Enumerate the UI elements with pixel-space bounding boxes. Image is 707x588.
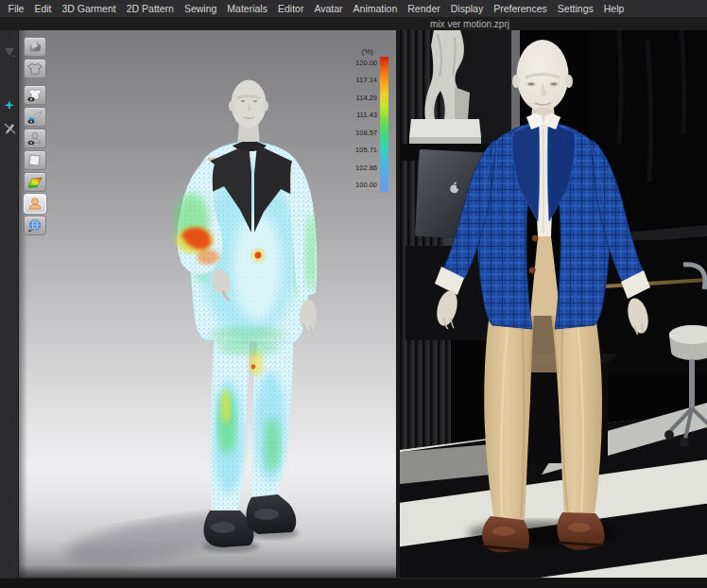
menu-3d-garment[interactable]: 3D Garment (57, 0, 121, 18)
menu-animation[interactable]: Animation (348, 0, 403, 18)
menu-settings[interactable]: Settings (552, 0, 598, 18)
mannequin-right-hand (300, 300, 317, 332)
paper-sheet-icon (26, 153, 43, 167)
menu-editor[interactable]: Editor (272, 0, 308, 18)
menu-render[interactable]: Render (403, 0, 445, 18)
legend-unit-label: (%) (345, 47, 388, 57)
strain-map-legend: (%) 120.00 117.14 114.29 111.43 108.57 1… (345, 47, 388, 192)
menu-preferences[interactable]: Preferences (489, 0, 553, 18)
viewport-toolbar (24, 37, 48, 237)
tshirt-outline-icon (26, 61, 43, 76)
menu-bar: File Edit 3D Garment 2D Pattern Sewing M… (0, 0, 707, 18)
menu-avatar[interactable]: Avatar (309, 0, 348, 18)
window-title-bar: mix ver motion.zprj (0, 18, 707, 31)
show-garment-button[interactable] (24, 85, 46, 105)
menu-help[interactable]: Help (598, 0, 629, 18)
menu-2d-pattern[interactable]: 2D Pattern (121, 0, 179, 18)
show-avatar-skin-button[interactable] (24, 194, 46, 214)
render-scene (400, 30, 707, 579)
menu-materials[interactable]: Materials (222, 0, 273, 18)
clo3d-application-window: File Edit 3D Garment 2D Pattern Sewing M… (0, 0, 707, 588)
dropdown-arrow-icon[interactable] (1, 43, 18, 61)
avatar-eye-icon (26, 131, 43, 146)
strain-trousers (211, 338, 294, 512)
legend-tick-labels: 120.00 117.14 114.29 111.43 108.57 105.7… (345, 59, 377, 189)
left-rail: + (0, 30, 19, 579)
add-plus-icon[interactable]: + (1, 96, 18, 113)
show-avatar-button[interactable] (24, 129, 46, 148)
menu-sewing[interactable]: Sewing (179, 0, 221, 18)
strain-map-scene (19, 30, 396, 579)
textured-surface-button[interactable] (24, 107, 46, 127)
legend-gradient-bar (380, 57, 388, 192)
simulation-quality-button[interactable] (24, 37, 46, 57)
strain-map-button[interactable] (24, 172, 46, 192)
show-environment-button[interactable] (24, 216, 46, 235)
blazer-button (532, 235, 538, 241)
rock-icon (26, 40, 43, 54)
shirt-eye-icon (26, 88, 43, 102)
document-title: mix ver motion.zprj (430, 18, 509, 30)
menu-display[interactable]: Display (445, 0, 488, 18)
strain-map-icon (26, 175, 43, 189)
bottom-bar (0, 578, 707, 588)
avatar-head-icon (26, 197, 43, 211)
viewport-3d-strain[interactable]: (%) 120.00 117.14 114.29 111.43 108.57 1… (19, 30, 396, 579)
globe-icon (26, 218, 43, 233)
menu-edit[interactable]: Edit (29, 0, 57, 18)
annotate-pen-icon[interactable] (1, 119, 18, 136)
viewport-render[interactable] (400, 30, 707, 579)
blazer-button (529, 268, 535, 273)
paint-brush-icon (26, 110, 43, 124)
garment-fit-button[interactable] (24, 59, 46, 78)
show-pattern-button[interactable] (24, 150, 46, 170)
mannequin-head (229, 80, 268, 129)
menu-file[interactable]: File (3, 0, 29, 18)
mannequin-strain-avatar (175, 80, 317, 548)
viewport-floor-vignette (19, 565, 396, 579)
